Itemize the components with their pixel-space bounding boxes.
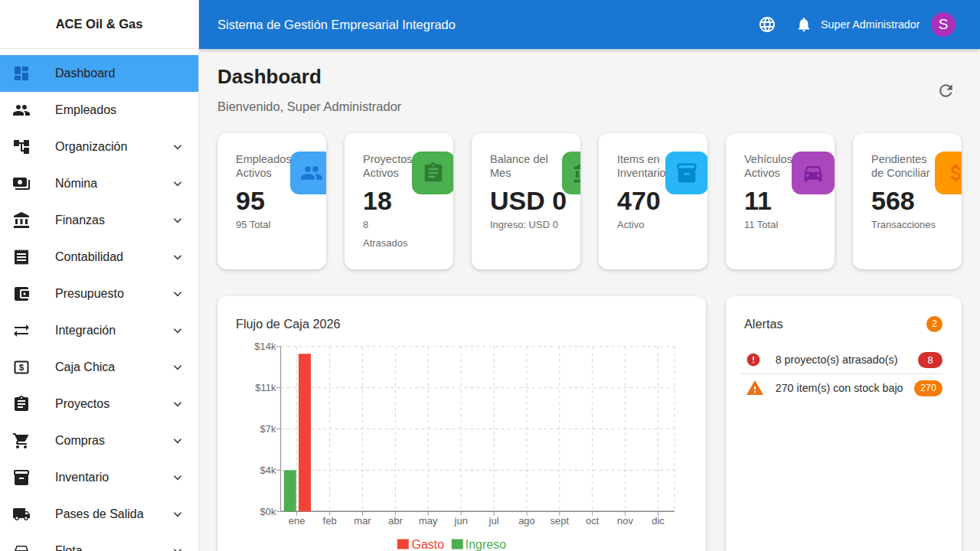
svg-text:Ingreso: Ingreso: [466, 538, 506, 551]
svg-text:abr: abr: [388, 515, 403, 527]
svg-text:$0k: $0k: [260, 505, 276, 517]
svg-text:dic: dic: [652, 515, 665, 527]
svg-text:feb: feb: [323, 515, 337, 527]
svg-text:$: $: [19, 363, 24, 372]
svg-text:$14k: $14k: [254, 341, 276, 352]
svg-text:ago: ago: [518, 515, 535, 527]
svg-text:may: may: [419, 515, 438, 527]
svg-text:sept: sept: [550, 515, 570, 527]
svg-text:$7k: $7k: [260, 423, 276, 435]
svg-text:Gasto: Gasto: [412, 538, 445, 551]
svg-text:$4k: $4k: [260, 464, 276, 475]
svg-text:jun: jun: [454, 515, 468, 527]
svg-text:ene: ene: [289, 515, 305, 527]
svg-text:$11k: $11k: [255, 382, 276, 393]
svg-text:jul: jul: [488, 515, 499, 527]
svg-text:mar: mar: [354, 515, 371, 527]
svg-text:oct: oct: [586, 515, 599, 527]
svg-text:nov: nov: [617, 515, 633, 527]
